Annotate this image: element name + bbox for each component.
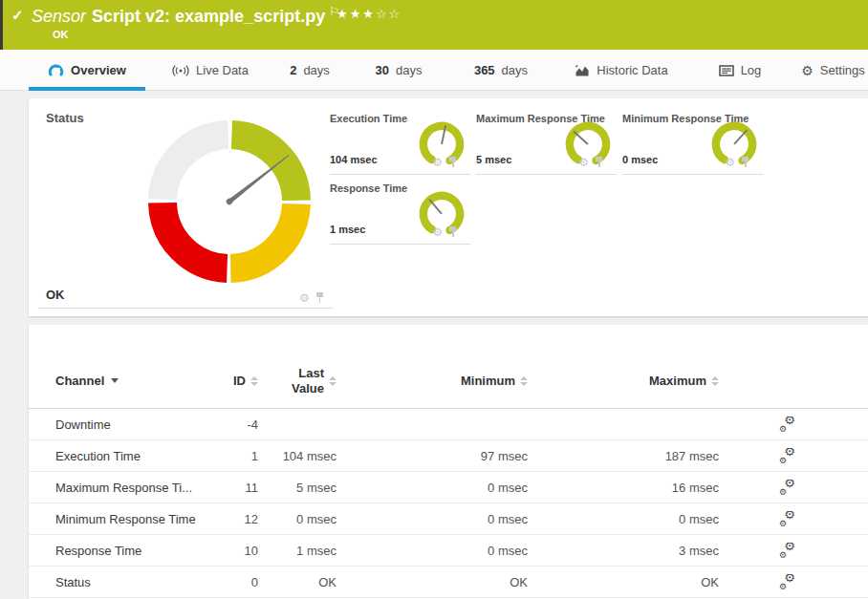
tab-settings[interactable]: ⚙ Settings xyxy=(798,50,868,91)
left-edge-strip xyxy=(0,0,3,50)
status-gauge xyxy=(141,114,317,289)
gauge-needle xyxy=(574,132,588,144)
tab-label: Overview xyxy=(71,63,126,77)
panel-gear-icon[interactable]: ⚙ xyxy=(725,157,735,168)
channel-settings[interactable]: ⚙⚙ xyxy=(719,574,805,589)
gauge-value: 5 msec xyxy=(476,154,511,165)
channel-id: 11 xyxy=(229,481,258,495)
column-header-minimum[interactable]: Minimum xyxy=(336,374,528,388)
divider xyxy=(330,244,470,245)
gear-icon: ⚙ xyxy=(801,64,814,77)
sort-icon xyxy=(250,376,258,386)
tab-day-count: 365 xyxy=(474,63,495,77)
channel-minimum: OK xyxy=(336,575,528,589)
channel-name[interactable]: Execution Time xyxy=(55,449,229,463)
channel-settings-icon[interactable]: ⚙⚙ xyxy=(779,417,795,432)
tab-historic-data[interactable]: Historic Data xyxy=(566,50,677,91)
table-row[interactable]: Downtime-4⚙⚙ xyxy=(29,409,868,440)
panel-gear-icon[interactable]: ⚙ xyxy=(299,292,310,304)
priority-stars[interactable]: ★★★☆☆ xyxy=(336,7,401,21)
chart-icon xyxy=(575,63,590,77)
tab-overview[interactable]: Overview xyxy=(29,50,145,91)
panel-gear-icon[interactable]: ⚙ xyxy=(432,226,443,238)
divider xyxy=(476,174,617,175)
column-label: Channel xyxy=(55,374,104,388)
channel-maximum: 16 msec xyxy=(528,481,719,495)
sort-active-icon xyxy=(111,378,119,383)
tab-bar: Overview Live Data 2 days 30 days 365 da… xyxy=(0,50,868,91)
channel-settings-icon[interactable]: ⚙⚙ xyxy=(779,574,795,589)
panel-pin-icon[interactable] xyxy=(448,226,457,238)
gauge-panel-actions: ⚙ xyxy=(432,157,457,168)
gauge-panel-actions: ⚙ xyxy=(725,157,749,168)
channel-id: 1 xyxy=(229,449,258,463)
channel-maximum: 0 msec xyxy=(528,512,719,526)
panel-pin-icon[interactable] xyxy=(448,157,457,168)
panel-pin-icon[interactable] xyxy=(595,157,603,168)
gauge-needle xyxy=(429,200,442,214)
table-row[interactable]: Response Time101 msec0 msec3 msec⚙⚙ xyxy=(29,535,868,567)
column-header-last-value[interactable]: Last Value xyxy=(258,366,336,396)
channel-table-panel: Channel ID Last Value Minimum Maximum Do… xyxy=(29,325,868,599)
sort-icon xyxy=(329,376,336,386)
channel-table-body: Downtime-4⚙⚙Execution Time1104 msec97 ms… xyxy=(29,409,868,598)
sort-icon xyxy=(711,376,719,386)
channel-last-value: 0 msec xyxy=(258,512,336,526)
stars-empty[interactable]: ☆☆ xyxy=(376,7,401,21)
table-row[interactable]: Status0OKOKOK⚙⚙ xyxy=(29,567,868,598)
panel-gear-icon[interactable]: ⚙ xyxy=(432,157,443,168)
channel-last-value: OK xyxy=(258,575,336,589)
live-signal-icon xyxy=(172,64,189,77)
divider xyxy=(330,174,470,175)
status-ok-check-icon: ✓ xyxy=(11,7,24,24)
stars-filled[interactable]: ★★★ xyxy=(336,7,376,21)
column-label: ID xyxy=(233,374,246,388)
sort-icon xyxy=(520,376,528,386)
channel-name[interactable]: Minimum Response Time xyxy=(55,512,229,526)
channel-settings-icon[interactable]: ⚙⚙ xyxy=(779,511,795,526)
channel-settings[interactable]: ⚙⚙ xyxy=(719,480,805,495)
sensor-name: Script v2: example_script.py xyxy=(92,7,325,26)
channel-settings-icon[interactable]: ⚙⚙ xyxy=(779,448,795,463)
table-row[interactable]: Maximum Response Ti...115 msec0 msec16 m… xyxy=(29,472,868,503)
column-header-id[interactable]: ID xyxy=(229,374,258,388)
panel-pin-icon[interactable] xyxy=(741,157,749,168)
tab-label: Log xyxy=(741,63,762,77)
tab-day-count: 2 xyxy=(290,63,296,77)
column-label: Maximum xyxy=(649,374,706,388)
channel-settings-icon[interactable]: ⚙⚙ xyxy=(779,543,795,558)
gauge-execution-time: Execution Time 104 msec ⚙ xyxy=(330,108,470,175)
channel-table-header: Channel ID Last Value Minimum Maximum xyxy=(29,353,868,409)
column-header-maximum[interactable]: Maximum xyxy=(528,374,719,388)
tab-365-days[interactable]: 365 days xyxy=(466,50,536,91)
column-header-channel[interactable]: Channel xyxy=(55,374,229,388)
panel-gear-icon[interactable]: ⚙ xyxy=(578,157,589,168)
channel-name[interactable]: Response Time xyxy=(55,544,229,558)
tab-live-data[interactable]: Live Data xyxy=(161,50,260,91)
sensor-header: ✓ SensorScript v2: example_script.py⚐ ★★… xyxy=(0,0,868,50)
channel-id: -4 xyxy=(229,417,258,432)
gauge-panel-actions: ⚙ xyxy=(578,157,603,168)
tab-label: Live Data xyxy=(196,63,249,77)
channel-settings[interactable]: ⚙⚙ xyxy=(719,417,805,432)
table-row[interactable]: Execution Time1104 msec97 msec187 msec⚙⚙ xyxy=(29,440,868,472)
tab-2-days[interactable]: 2 days xyxy=(280,50,339,91)
tab-log[interactable]: Log xyxy=(709,50,770,91)
panel-pin-icon[interactable] xyxy=(315,292,324,304)
channel-name[interactable]: Status xyxy=(55,575,229,589)
page-title: SensorScript v2: example_script.py⚐ xyxy=(32,5,339,27)
tab-30-days[interactable]: 30 days xyxy=(366,50,431,91)
channel-settings[interactable]: ⚙⚙ xyxy=(719,448,805,463)
channel-name[interactable]: Maximum Response Ti... xyxy=(55,481,229,495)
channel-minimum: 97 msec xyxy=(336,449,528,463)
tab-label: days xyxy=(396,63,422,77)
channel-last-value: 1 msec xyxy=(258,544,336,558)
channel-last-value: 104 msec xyxy=(258,449,336,463)
channel-settings[interactable]: ⚙⚙ xyxy=(719,543,805,558)
gauge-panel-actions: ⚙ xyxy=(432,226,457,238)
channel-settings-icon[interactable]: ⚙⚙ xyxy=(779,480,795,495)
channel-name[interactable]: Downtime xyxy=(55,417,229,432)
channel-last-value: 5 msec xyxy=(258,481,336,495)
channel-settings[interactable]: ⚙⚙ xyxy=(719,511,805,526)
table-row[interactable]: Minimum Response Time120 msec0 msec0 mse… xyxy=(29,503,868,535)
